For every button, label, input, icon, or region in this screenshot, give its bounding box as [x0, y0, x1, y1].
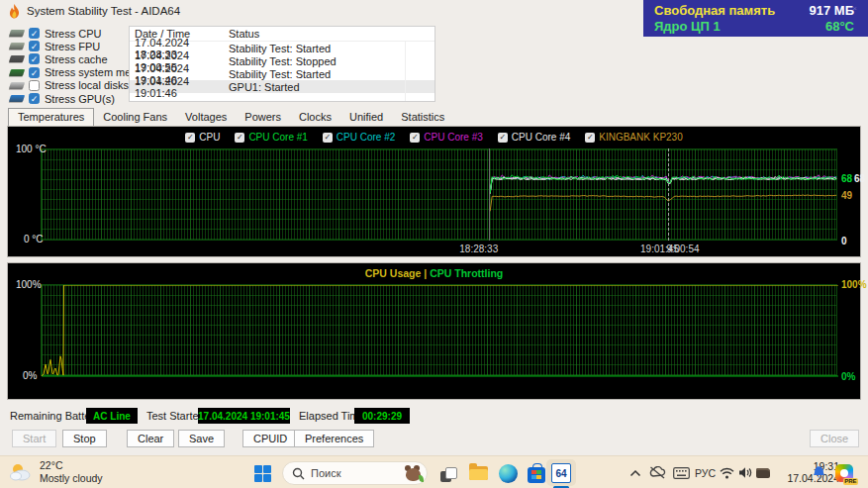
tray-app-button[interactable] [756, 456, 770, 488]
checked-checkbox[interactable]: ✓ [29, 41, 40, 51]
touch-keyboard-button[interactable] [673, 456, 690, 488]
osd-window-controls[interactable]: − ▫ × [817, 1, 863, 17]
chart-legend: ✓CPU✓CPU Core #1✓CPU Core #2✓CPU Core #3… [8, 132, 860, 143]
microsoft-store-button[interactable] [526, 462, 547, 484]
right-value-label: 0% [841, 371, 855, 382]
legend-item: ✓CPU [185, 132, 220, 143]
aida64-button-inner[interactable]: 64 [550, 462, 572, 484]
series-kingbank-kp230 [490, 195, 836, 211]
legend-label: CPU Core #1 [248, 132, 307, 143]
start-button[interactable]: Start [12, 430, 56, 447]
solid-vline [489, 148, 490, 241]
checked-checkbox[interactable]: ✓ [185, 133, 195, 143]
window-title: System Stability Test - AIDA64 [27, 5, 180, 17]
search-input[interactable]: Поиск [282, 461, 428, 485]
checked-checkbox[interactable]: ✓ [498, 133, 508, 143]
search-placeholder: Поиск [311, 467, 398, 479]
onedrive-tray-button[interactable] [649, 456, 666, 488]
legend-label: CPU Core #3 [424, 132, 482, 143]
wifi-tray-button[interactable] [720, 456, 734, 488]
column-status: Status [229, 28, 259, 40]
unchecked-checkbox[interactable] [29, 80, 40, 91]
checked-checkbox[interactable]: ✓ [323, 133, 333, 143]
notification-button[interactable] [812, 456, 826, 488]
stop-button[interactable]: Stop [62, 430, 107, 447]
copilot-icon: PRE [835, 464, 853, 482]
windows-start-icon [254, 465, 271, 482]
elapsed-time-value: 00:29:29 [354, 408, 410, 424]
checked-checkbox[interactable]: ✓ [29, 93, 40, 104]
cache-icon [9, 55, 25, 62]
y-axis-bottom-label: 0 °C [24, 234, 44, 244]
stress-option-label: Stress local disks [45, 79, 129, 91]
stress-option-label: Stress CPU [45, 28, 101, 40]
status-row: Remaining Battery: AC Line Test Started:… [0, 408, 868, 424]
legend-item: ✓KINGBANK KP230 [585, 132, 682, 143]
start-button[interactable] [251, 462, 273, 484]
weather-temp: 22°C [40, 459, 103, 472]
usage-title-part: CPU Usage [365, 267, 422, 279]
legend-item: ✓CPU Core #3 [410, 132, 482, 143]
microsoft-store-icon [528, 467, 545, 483]
edge-button[interactable] [497, 462, 519, 484]
save-button[interactable]: Save [178, 430, 225, 447]
right-value-label: 68 [841, 173, 852, 184]
legend-label: CPU [199, 132, 220, 143]
clear-button[interactable]: Clear [127, 430, 174, 447]
checked-checkbox[interactable]: ✓ [410, 133, 420, 143]
task-view-icon [438, 465, 458, 481]
checked-checkbox[interactable]: ✓ [29, 28, 40, 39]
disk-icon [9, 82, 25, 89]
close-button[interactable]: Close [810, 430, 859, 447]
log-status: GPU1: Started [229, 81, 300, 93]
usage-title-part: CPU Throttling [430, 267, 503, 279]
checked-checkbox[interactable]: ✓ [29, 53, 40, 64]
language-indicator[interactable]: РУС [695, 456, 716, 488]
osd-cpu-core-value: 68°C [825, 19, 854, 35]
weather-widget[interactable]: 22°C Mostly cloudy [8, 459, 103, 485]
legend-label: KINGBANK KP230 [599, 132, 682, 143]
temperature-plot [41, 148, 837, 241]
weather-desc: Mostly cloudy [40, 472, 103, 485]
tab-cooling-fans[interactable]: Cooling Fans [94, 109, 176, 126]
edge-icon [499, 464, 518, 483]
tab-clocks[interactable]: Clocks [290, 109, 340, 126]
tab-statistics[interactable]: Statistics [392, 109, 453, 126]
test-started-value: 17.04.2024 19:01:45 [198, 408, 290, 424]
tray-app-icon [756, 468, 770, 478]
checked-checkbox[interactable]: ✓ [235, 133, 244, 143]
aida64-icon: 64 [551, 463, 571, 483]
copilot-button[interactable]: PRE [835, 456, 853, 488]
y-axis-bottom-label: 0% [23, 370, 37, 381]
tray-expand-button[interactable] [629, 456, 641, 488]
temperature-chart-panel: ✓CPU✓CPU Core #1✓CPU Core #2✓CPU Core #3… [7, 126, 861, 257]
tab-voltages[interactable]: Voltages [176, 109, 236, 126]
legend-label: CPU Core #2 [337, 132, 395, 143]
battery-value: AC Line [86, 408, 138, 424]
right-value-label: 68 [854, 173, 865, 184]
touch-keyboard-icon [673, 467, 690, 479]
preferences-button[interactable]: Preferences [294, 430, 374, 447]
log-status: Stability Test: Started [229, 68, 331, 80]
usage-title-part: | [421, 267, 430, 279]
gpu-icon [9, 95, 25, 102]
fpu-icon [9, 43, 25, 49]
right-value-label: 0 [841, 236, 847, 246]
tab-powers[interactable]: Powers [236, 109, 290, 126]
file-explorer-button[interactable] [467, 462, 489, 484]
tab-temperatures[interactable]: Temperatures [8, 108, 94, 126]
volume-tray-button[interactable] [738, 456, 752, 488]
search-mascot-icon [404, 465, 423, 482]
tab-unified[interactable]: Unified [340, 109, 392, 126]
legend-item: ✓CPU Core #1 [235, 132, 307, 143]
log-row[interactable]: 17.04.2024 19:01:46GPU1: Started [130, 80, 434, 93]
checked-checkbox[interactable]: ✓ [29, 67, 40, 78]
cpuid-button[interactable]: CPUID [242, 430, 298, 447]
log-status: Stability Test: Stopped [229, 55, 337, 67]
log-table[interactable]: Date / Time Status 17.04.2024 18:28:33St… [129, 26, 435, 102]
clock[interactable]: 19:31 17.04.2024 [780, 456, 839, 488]
checked-checkbox[interactable]: ✓ [585, 133, 595, 143]
log-status: Stability Test: Started [229, 43, 331, 54]
clock-time: 19:31 [780, 460, 839, 472]
task-view-button[interactable] [437, 462, 459, 484]
